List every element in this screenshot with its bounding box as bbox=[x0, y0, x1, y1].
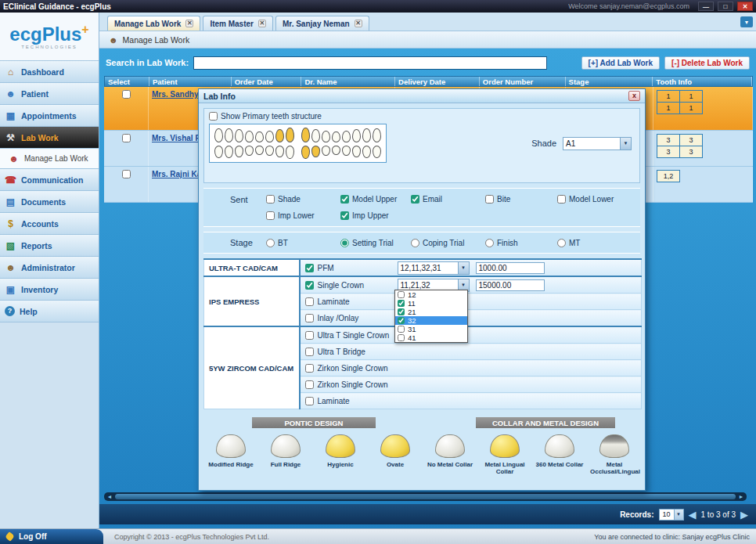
price-input[interactable] bbox=[476, 262, 545, 274]
sent-option-model-upper[interactable]: Model Upper bbox=[340, 195, 411, 204]
tooth-icon[interactable] bbox=[245, 146, 254, 156]
sidebar-item-reports[interactable]: ▧Reports bbox=[0, 235, 99, 257]
dialog-header[interactable]: Lab Info x bbox=[199, 89, 645, 103]
sent-option-bite[interactable]: Bite bbox=[485, 195, 557, 204]
tooth-icon[interactable] bbox=[373, 146, 381, 158]
page-size-select[interactable]: 10 ▼ bbox=[659, 509, 684, 521]
dialog-close-button[interactable]: x bbox=[628, 91, 640, 101]
tooth-icon[interactable] bbox=[275, 146, 284, 157]
show-primary-teeth-checkbox[interactable]: Show Primary teeth structure bbox=[209, 112, 635, 121]
tooth-icon[interactable] bbox=[332, 146, 340, 155]
checkbox[interactable] bbox=[398, 317, 405, 324]
design-option-360-metal-collar[interactable]: 360 Metal Collar bbox=[532, 434, 587, 475]
teeth-dropdown-option-41[interactable]: 41 bbox=[395, 333, 467, 342]
sidebar-item-lab-work[interactable]: ⚒Lab Work bbox=[0, 127, 99, 149]
tooth-icon[interactable] bbox=[286, 146, 294, 159]
column-header-dr-name[interactable]: Dr. Name bbox=[301, 77, 395, 86]
tooth-icon[interactable] bbox=[265, 146, 274, 156]
stage-option-setting-trial[interactable]: Setting Trial bbox=[340, 238, 411, 247]
checkbox[interactable] bbox=[305, 264, 314, 272]
checkbox[interactable] bbox=[122, 90, 131, 99]
column-header-order-date[interactable]: Order Date bbox=[232, 77, 302, 86]
tooth-icon[interactable] bbox=[311, 129, 320, 142]
checkbox[interactable] bbox=[398, 300, 405, 307]
tooth-icon[interactable] bbox=[301, 146, 310, 159]
radio[interactable] bbox=[266, 239, 275, 247]
checkbox[interactable] bbox=[305, 314, 314, 322]
product-checkbox-laminate[interactable]: Laminate bbox=[305, 397, 391, 405]
teeth-select[interactable]: 12,11,32,31▼ bbox=[398, 261, 470, 275]
checkbox[interactable] bbox=[305, 348, 314, 356]
product-checkbox-ultra-t-single-crown[interactable]: Ultra T Single Crown bbox=[305, 331, 391, 340]
tooth-icon[interactable] bbox=[322, 131, 330, 142]
checkbox[interactable] bbox=[305, 281, 314, 290]
tooth-icon[interactable] bbox=[301, 128, 310, 142]
tooth-icon[interactable] bbox=[311, 146, 320, 157]
column-header-tooth-info[interactable]: Tooth Info bbox=[653, 77, 752, 86]
shade-select[interactable]: A1 ▼ bbox=[563, 137, 632, 150]
stage-option-coping-trial[interactable]: Coping Trial bbox=[411, 238, 485, 247]
tab-mr-sanjay-neman[interactable]: Mr. Sanjay Neman✕ bbox=[275, 16, 369, 31]
design-option-modified-ridge[interactable]: Modified Ridge bbox=[203, 434, 258, 475]
checkbox[interactable] bbox=[305, 297, 314, 306]
checkbox[interactable] bbox=[398, 291, 405, 298]
add-lab-work-button[interactable]: [+] Add Lab Work bbox=[581, 56, 661, 70]
sidebar-item-help[interactable]: ?Help bbox=[0, 301, 99, 322]
product-checkbox-single-crown[interactable]: Single Crown bbox=[305, 281, 391, 290]
radio[interactable] bbox=[411, 239, 419, 247]
close-button[interactable]: ✕ bbox=[737, 2, 753, 11]
tooth-icon[interactable] bbox=[332, 131, 340, 142]
sent-option-imp-lower[interactable]: Imp Lower bbox=[266, 211, 340, 220]
teeth-dropdown-option-31[interactable]: 31 bbox=[395, 325, 467, 333]
patient-link[interactable]: Mrs. Vishal Ra bbox=[152, 134, 205, 142]
tooth-icon[interactable] bbox=[322, 146, 330, 156]
checkbox[interactable] bbox=[305, 380, 314, 389]
teeth-dropdown-option-11[interactable]: 11 bbox=[395, 299, 467, 308]
tooth-icon[interactable] bbox=[362, 128, 371, 142]
log-off-button[interactable]: Log Off bbox=[0, 529, 103, 544]
design-option-metal-occlusal-lingual[interactable]: Metal Occlusal/Lingual bbox=[587, 434, 642, 475]
checkbox[interactable] bbox=[411, 195, 419, 204]
stage-option-mt[interactable]: MT bbox=[557, 238, 640, 247]
product-checkbox-laminate[interactable]: Laminate bbox=[305, 297, 391, 306]
product-checkbox-ultra-t-bridge[interactable]: Ultra T Bridge bbox=[305, 348, 391, 356]
product-checkbox-zirkon-single-crown[interactable]: Zirkon Single Crown bbox=[305, 364, 391, 373]
radio[interactable] bbox=[340, 239, 349, 247]
tab-item-master[interactable]: Item Master✕ bbox=[203, 16, 273, 31]
tooth-icon[interactable] bbox=[255, 146, 264, 155]
checkbox[interactable] bbox=[557, 195, 566, 204]
tooth-icon[interactable] bbox=[245, 131, 254, 142]
product-checkbox-zirkon-single-crown[interactable]: Zirkon Single Crown bbox=[305, 380, 391, 389]
previous-page-button[interactable]: ◀ bbox=[689, 510, 697, 520]
tab-close-icon[interactable]: ✕ bbox=[185, 20, 193, 27]
teeth-dropdown-option-32[interactable]: 32 bbox=[395, 316, 467, 325]
teeth-dropdown-option-12[interactable]: 12 bbox=[395, 290, 467, 299]
sidebar-item-documents[interactable]: ▤Documents bbox=[0, 191, 99, 213]
checkbox[interactable] bbox=[305, 364, 314, 373]
design-option-ovate[interactable]: Ovate bbox=[368, 434, 423, 475]
tooth-icon[interactable] bbox=[214, 128, 223, 142]
sidebar-item-administrator[interactable]: ☻Administrator bbox=[0, 257, 99, 279]
sent-option-imp-upper[interactable]: Imp Upper bbox=[340, 211, 411, 220]
column-header-patient[interactable]: Patient bbox=[149, 77, 232, 86]
minimize-button[interactable]: — bbox=[698, 2, 714, 11]
checkbox[interactable] bbox=[122, 134, 131, 142]
radio[interactable] bbox=[557, 239, 566, 247]
tooth-icon[interactable] bbox=[352, 129, 361, 142]
stage-option-finish[interactable]: Finish bbox=[485, 238, 557, 247]
tooth-icon[interactable] bbox=[362, 146, 371, 158]
sidebar-item-communication[interactable]: ☎Communication bbox=[0, 169, 99, 191]
checkbox[interactable] bbox=[209, 112, 218, 121]
sidebar-item-dashboard[interactable]: ⌂Dashboard bbox=[0, 61, 99, 83]
sidebar-item-patient[interactable]: ☻Patient bbox=[0, 83, 99, 105]
checkbox[interactable] bbox=[305, 397, 314, 405]
design-option-full-ridge[interactable]: Full Ridge bbox=[258, 434, 313, 475]
checkbox[interactable] bbox=[305, 331, 314, 340]
sidebar-item-accounts[interactable]: $Accounts bbox=[0, 213, 99, 235]
design-option-no-metal-collar[interactable]: No Metal Collar bbox=[423, 434, 477, 475]
teeth-dropdown-option-21[interactable]: 21 bbox=[395, 308, 467, 316]
tooth-icon[interactable] bbox=[235, 129, 243, 142]
checkbox[interactable] bbox=[340, 195, 349, 204]
radio[interactable] bbox=[485, 239, 494, 247]
scroll-left-icon[interactable]: ◄ bbox=[104, 494, 115, 499]
